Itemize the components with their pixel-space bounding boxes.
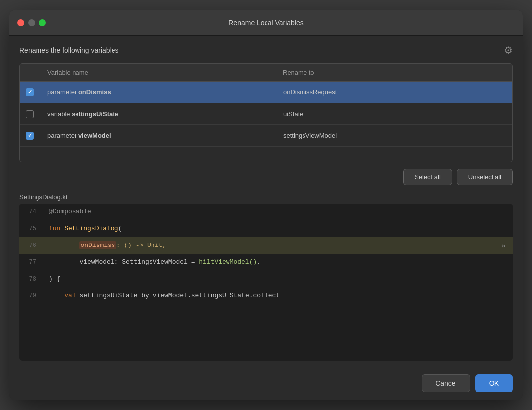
line-code-74: @Composable [43,204,513,220]
table-header: Variable name Rename to [20,64,512,82]
line-num-78: 78 [19,276,43,283]
line-num-74: 74 [19,208,43,215]
code-line-77: 77 viewModel: SettingsViewModel = hiltVi… [19,254,513,271]
cancel-button[interactable]: Cancel [422,374,470,392]
row-2-type: variable [47,110,72,118]
checkbox-2[interactable] [26,110,34,118]
row-3-type: parameter [47,132,78,139]
code-area: 74 @Composable 75 fun SettingsDialog( 76… [19,204,513,361]
rename-dialog: Rename Local Variables Renames the follo… [9,10,523,400]
row-1-rename: onDismissRequest [277,83,512,101]
code-line-79: 79 val settingsUiState by viewModel.sett… [19,287,513,304]
header-variable-name: Variable name [41,64,277,81]
row-1-check[interactable] [20,88,41,96]
paren-open: ( [118,225,122,232]
row-1-variable: parameter onDismiss [41,83,277,101]
hilt-fn: hiltViewModel() [199,258,257,266]
table-row: parameter onDismiss onDismissRequest [20,82,512,103]
traffic-lights [17,19,46,26]
param-ondismiss: onDismiss: () -> Unit, [49,241,166,249]
annotation-composable: @Composable [49,208,91,215]
header-description: Renames the following variables [19,46,119,54]
empty-row [20,147,512,162]
line-code-78: ) { [43,271,513,287]
line-code-77: viewModel: SettingsViewModel = hiltViewM… [43,254,513,271]
unselect-all-button[interactable]: Unselect all [457,169,513,185]
row-3-rename: settingsViewModel [277,127,512,144]
row-1-type: parameter [47,88,78,96]
line-code-79: val settingsUiState by viewModel.setting… [43,287,513,304]
file-label: SettingsDialog.kt [19,193,513,201]
fn-name: SettingsDialog [64,225,118,232]
code-line-75: 75 fun SettingsDialog( [19,220,513,237]
row-2-check[interactable] [20,110,41,118]
close-button[interactable] [17,19,24,26]
maximize-button[interactable] [39,19,46,26]
line-num-79: 79 [19,292,43,299]
minimize-button[interactable] [28,19,35,26]
dialog-footer: Cancel OK [9,369,523,400]
row-1-varname: onDismiss [78,88,111,96]
line-num-75: 75 [19,225,43,232]
line-code-75: fun SettingsDialog( [43,220,513,237]
variables-table: Variable name Rename to parameter onDism… [19,63,513,162]
line-num-77: 77 [19,259,43,266]
header-rename-to: Rename to [277,64,512,81]
line-num-76: 76 [19,242,43,249]
row-3-variable: parameter viewModel [41,127,277,144]
checkbox-3[interactable] [26,132,34,140]
header-check-col [20,64,41,81]
code-line-76: 76 onDismiss: () -> Unit, ✕ [19,237,513,254]
code-line-74: 74 @Composable [19,204,513,220]
selection-buttons: Select all Unselect all [19,169,513,185]
kw-val: val [64,292,76,299]
table-row: variable settingsUiState uiState [20,103,512,125]
header-row: Renames the following variables ⚙ [19,44,513,56]
code-line-78: 78 ) { [19,271,513,287]
dialog-body: Renames the following variables ⚙ Variab… [9,36,523,369]
ok-button[interactable]: OK [475,374,513,392]
select-all-button[interactable]: Select all [403,169,452,185]
row-3-check[interactable] [20,132,41,140]
dialog-title: Rename Local Variables [228,19,304,27]
checkbox-1[interactable] [26,88,34,96]
row-2-variable: variable settingsUiState [41,105,277,123]
row-3-varname: viewModel [78,132,111,139]
kw-fun: fun [49,225,64,232]
table-row: parameter viewModel settingsViewModel [20,125,512,147]
ondismiss-highlight: onDismiss [79,241,116,249]
gear-icon[interactable]: ⚙ [504,44,513,56]
close-highlight-icon[interactable]: ✕ [502,242,506,250]
row-2-rename: uiState [277,105,512,123]
line-code-76: onDismiss: () -> Unit, [43,237,513,254]
title-bar: Rename Local Variables [9,10,523,36]
row-2-varname: settingsUiState [72,110,118,118]
